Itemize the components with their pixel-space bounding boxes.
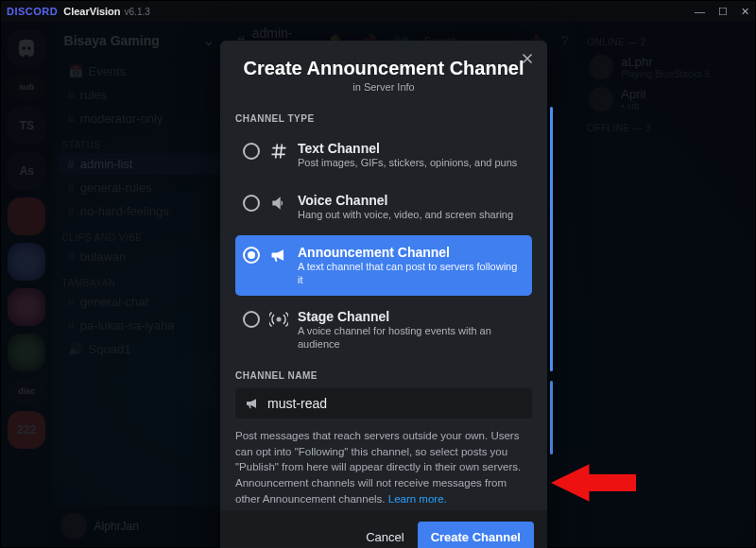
discord-window: DISCORD ClearVision v6.1.3 — ☐ ✕ sub TS … (0, 0, 756, 548)
maximize-button[interactable]: ☐ (718, 6, 728, 18)
hash-icon (269, 142, 288, 161)
channel-name-input[interactable] (267, 396, 523, 411)
window-controls: — ☐ ✕ (695, 6, 749, 18)
channel-type-label: CHANNEL TYPE (235, 113, 532, 124)
svg-point-0 (277, 317, 282, 322)
theme-name: ClearVision (63, 6, 120, 17)
modal-footer: Cancel Create Channel (220, 510, 547, 548)
radio-icon (243, 143, 260, 160)
radio-selected-icon (243, 247, 260, 264)
megaphone-icon (245, 396, 260, 411)
option-desc: A voice channel for hosting events with … (298, 325, 524, 351)
modal-subtitle: in Server Info (239, 81, 528, 93)
modal-title: Create Announcement Channel (239, 58, 528, 79)
option-title: Stage Channel (298, 309, 524, 324)
option-title: Text Channel (298, 141, 517, 156)
modal-scrollbar[interactable] (550, 107, 553, 371)
option-desc: Hang out with voice, video, and screen s… (298, 209, 513, 222)
megaphone-icon (269, 246, 288, 265)
stage-icon (269, 310, 288, 329)
channel-name-field[interactable] (235, 388, 532, 419)
speaker-icon (269, 194, 288, 213)
theme-version: v6.1.3 (125, 7, 150, 17)
minimize-button[interactable]: — (695, 6, 705, 18)
help-text: Post messages that reach servers outside… (235, 428, 532, 510)
option-voice-channel[interactable]: Voice Channel Hang out with voice, video… (235, 183, 532, 231)
option-announcement-channel[interactable]: Announcement Channel A text channel that… (235, 235, 532, 297)
radio-icon (243, 195, 260, 212)
close-modal-button[interactable] (519, 50, 536, 71)
option-stage-channel[interactable]: Stage Channel A voice channel for hostin… (235, 300, 532, 361)
option-title: Voice Channel (298, 193, 513, 208)
cancel-button[interactable]: Cancel (366, 530, 404, 544)
create-channel-modal: Create Announcement Channel in Server In… (220, 41, 547, 548)
channel-name-label: CHANNEL NAME (235, 370, 532, 381)
modal-scrollbar[interactable] (550, 381, 553, 454)
create-channel-button[interactable]: Create Channel (418, 522, 534, 548)
radio-icon (243, 311, 260, 328)
learn-more-link[interactable]: Learn more. (388, 493, 447, 505)
window-titlebar: DISCORD ClearVision v6.1.3 — ☐ ✕ (1, 1, 755, 22)
option-text-channel[interactable]: Text Channel Post images, GIFs, stickers… (235, 131, 532, 180)
discord-wordmark: DISCORD (7, 6, 58, 17)
close-window-button[interactable]: ✕ (741, 6, 749, 18)
option-title: Announcement Channel (298, 245, 524, 260)
option-desc: Post images, GIFs, stickers, opinions, a… (298, 157, 517, 170)
option-desc: A text channel that can post to servers … (298, 261, 524, 287)
close-icon (519, 50, 536, 67)
